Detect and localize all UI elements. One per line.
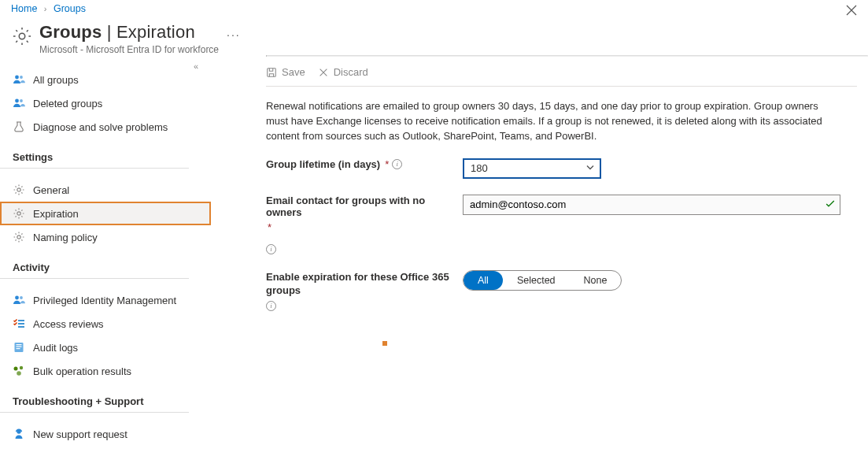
required-asterisk: * [268,221,271,233]
info-icon[interactable]: i [266,301,276,311]
sidebar-item-support-request[interactable]: New support request [0,422,211,446]
svg-point-3 [15,99,19,103]
page-title-sep: | [102,22,116,42]
checklist-icon [13,317,25,330]
page-header: Groups | Expiration Microsoft - Microsof… [0,14,868,55]
enable-expiration-label: Enable expiration for these Office 365 g… [266,270,463,311]
info-icon[interactable]: i [266,244,276,254]
field-group-lifetime: Group lifetime (in days) * i 180 [266,158,857,179]
page-title: Groups | Expiration [39,22,219,43]
gear-icon [13,184,25,196]
sidebar-item-audit-logs[interactable]: Audit logs [0,336,211,359]
field-email-contact: Email contact for groups with no owners … [266,195,857,254]
gear-icon [11,25,33,47]
people-icon [13,97,25,109]
svg-point-4 [20,99,23,102]
close-icon[interactable] [846,5,857,18]
main-content: Save Discard Renewal notifications are e… [266,55,868,446]
svg-point-8 [15,296,19,300]
svg-point-16 [17,371,21,376]
sidebar-item-label: New support request [33,428,127,440]
bulk-icon [13,365,25,377]
save-label: Save [282,66,305,78]
sidebar-item-label: Expiration [33,208,79,220]
sidebar-item-label: Access reviews [33,318,104,330]
breadcrumb-home[interactable]: Home [11,3,37,14]
sidebar-item-label: Bulk operation results [33,365,131,377]
sidebar-item-label: Audit logs [33,342,78,354]
command-bar: Save Discard [266,57,857,87]
group-lifetime-select[interactable]: 180 [463,158,601,179]
discard-label: Discard [334,66,368,78]
sidebar-section-troubleshooting: Troubleshooting + Support [0,388,189,413]
people-icon [13,294,25,306]
svg-point-2 [20,76,23,79]
svg-point-0 [19,33,24,39]
svg-point-5 [17,188,20,191]
enable-expiration-toggle: All Selected None [463,270,622,291]
email-contact-input-wrap [463,195,840,215]
sidebar-item-label: General [33,184,69,196]
svg-point-15 [20,366,23,369]
breadcrumb-groups[interactable]: Groups [54,3,86,14]
label-text: Enable expiration for these Office 365 g… [266,270,463,298]
toggle-option-all[interactable]: All [464,271,503,290]
sidebar-item-general[interactable]: General [0,178,211,202]
toggle-option-none[interactable]: None [570,271,622,290]
diagnose-icon [13,121,25,133]
field-enable-expiration: Enable expiration for these Office 365 g… [266,270,857,311]
sidebar-item-expiration[interactable]: Expiration [0,202,211,225]
save-button[interactable]: Save [266,66,305,78]
svg-point-7 [17,236,20,239]
page-title-main: Groups [39,22,102,42]
svg-rect-13 [17,348,20,349]
toggle-option-selected[interactable]: Selected [503,271,570,290]
svg-point-9 [20,296,23,299]
description-text: Renewal notifications are emailed to gro… [266,99,833,144]
sidebar-section-settings: Settings [0,143,189,169]
sidebar-item-deleted-groups[interactable]: Deleted groups [0,91,211,115]
label-text: Email contact for groups with no owners [266,195,463,218]
sidebar-item-label: All groups [33,74,79,86]
svg-point-1 [15,76,19,80]
svg-rect-12 [17,347,22,347]
svg-rect-18 [268,68,276,76]
page-title-sub: Expiration [116,22,195,42]
info-icon[interactable]: i [392,159,402,169]
sidebar-item-all-groups[interactable]: All groups [0,68,211,91]
select-value: 180 [471,162,488,174]
breadcrumb: Home › Groups [0,0,868,14]
sidebar-item-label: Diagnose and solve problems [33,121,168,133]
label-text: Group lifetime (in days) [266,158,380,170]
svg-point-6 [17,212,20,215]
sidebar-section-activity: Activity [0,254,189,279]
sidebar-item-label: Deleted groups [33,98,102,109]
support-icon [13,428,25,440]
sidebar-item-pim[interactable]: Privileged Identity Management [0,288,211,312]
sidebar: « All groups Deleted groups Diagnose and… [0,58,211,446]
sidebar-item-label: Naming policy [33,232,98,243]
chevron-down-icon [585,162,595,174]
more-actions-button[interactable]: ··· [227,28,241,41]
sidebar-item-access-reviews[interactable]: Access reviews [0,312,211,336]
decorative-artifact [382,341,387,346]
gear-icon [13,207,25,220]
discard-button[interactable]: Discard [318,66,368,78]
email-contact-input[interactable] [463,195,840,215]
sidebar-item-naming-policy[interactable]: Naming policy [0,225,211,249]
email-contact-label: Email contact for groups with no owners … [266,195,463,254]
sidebar-item-diagnose[interactable]: Diagnose and solve problems [0,115,211,139]
gear-icon [13,231,25,243]
sidebar-item-bulk-results[interactable]: Bulk operation results [0,359,211,383]
valid-check-icon [825,198,836,211]
group-lifetime-label: Group lifetime (in days) * i [266,158,463,170]
collapse-sidebar-button[interactable]: « [194,61,198,71]
required-asterisk: * [385,158,389,170]
svg-point-14 [14,367,18,371]
chevron-right-icon: › [44,4,47,13]
page-subtitle: Microsoft - Microsoft Entra ID for workf… [39,44,219,55]
sidebar-item-label: Privileged Identity Management [33,295,176,306]
people-icon [13,73,25,86]
svg-rect-10 [15,343,24,352]
log-icon [13,341,25,354]
